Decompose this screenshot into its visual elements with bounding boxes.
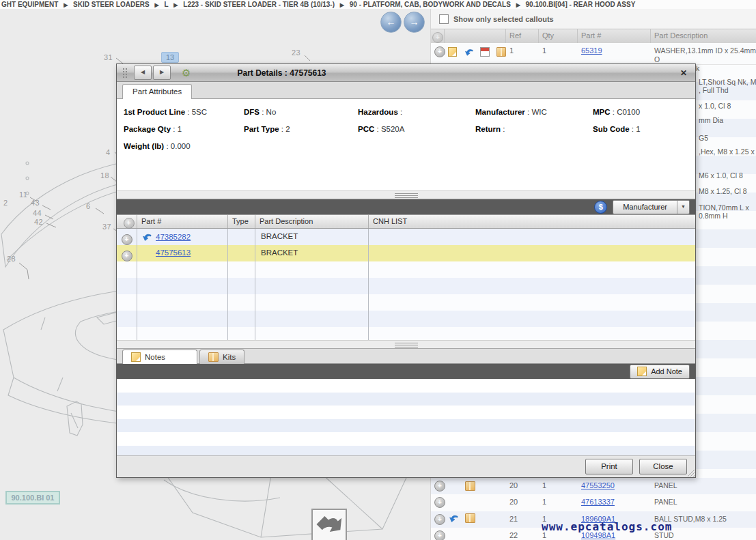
gear-refresh-icon[interactable]: ⚙ — [182, 68, 191, 79]
column-icons — [445, 29, 506, 43]
price-icon[interactable]: $ — [594, 201, 607, 214]
expand-row-icon[interactable]: + — [122, 251, 132, 261]
attribute: Return : — [475, 125, 593, 133]
empty-row — [117, 278, 695, 294]
chevron-down-icon: ▼ — [677, 201, 689, 214]
column-qty[interactable]: Qty — [539, 29, 578, 43]
add-note-button[interactable]: Add Note — [630, 365, 690, 379]
diagram-forward-button[interactable]: → — [404, 12, 425, 33]
breadcrumb-item[interactable]: 90 - PLATFORM, CAB, BODYWORK AND DECALS — [350, 1, 511, 8]
history-back-button[interactable]: ◀ — [134, 66, 152, 80]
callout-number[interactable]: 6 — [86, 202, 91, 210]
expand-all-icon[interactable]: + — [432, 32, 443, 43]
expand-row-icon[interactable]: + — [122, 234, 132, 245]
breadcrumb-separator-icon: ▶ — [64, 2, 68, 8]
part-number-link[interactable]: 47613337 — [581, 498, 615, 506]
close-button[interactable]: Close — [639, 459, 687, 474]
tab-kits[interactable]: Kits — [199, 350, 244, 364]
splitter-grip-icon[interactable] — [395, 193, 418, 198]
type-value — [228, 229, 255, 245]
breadcrumb: GHT EQUIPMENT ▶ SKID STEER LOADERS ▶ L ▶… — [0, 0, 756, 10]
dialog-tab-strip: Part Attributes — [117, 82, 695, 99]
splitter-upper[interactable] — [117, 190, 695, 199]
attribute: Part Type : 2 — [244, 125, 358, 133]
expand-row-icon[interactable]: + — [434, 497, 445, 508]
column-type[interactable]: Type — [228, 215, 255, 228]
parts-row[interactable]: + 20 1 47553250 PANEL — [431, 478, 756, 494]
supersession-row[interactable]: + 47385282 BRACKET — [117, 229, 695, 245]
show-only-selected-checkbox[interactable] — [439, 14, 449, 24]
expand-row-icon[interactable]: + — [434, 514, 445, 525]
kit-box-icon[interactable] — [465, 513, 475, 523]
callout-number[interactable]: 42 — [34, 218, 43, 226]
kit-box-icon[interactable] — [496, 47, 506, 57]
attribute: DFS : No — [244, 108, 358, 116]
kit-box-icon[interactable] — [465, 481, 475, 491]
calendar-icon[interactable] — [480, 47, 489, 57]
note-icon — [131, 352, 141, 362]
part-number-link[interactable]: 47385282 — [156, 229, 191, 245]
history-forward-button[interactable]: ▶ — [153, 66, 171, 80]
callout-number[interactable]: 44 — [33, 209, 42, 217]
column-cnh-list[interactable]: CNH LIST — [369, 215, 695, 228]
callout-number[interactable]: 23 — [292, 48, 300, 57]
column-part[interactable]: Part # — [578, 29, 651, 43]
column-description[interactable]: Part Description — [255, 215, 369, 228]
attribute: Package Qty : 1 — [124, 125, 244, 133]
breadcrumb-item[interactable]: SKID STEER LOADERS — [73, 1, 150, 8]
thick-arrow-icon — [313, 510, 343, 539]
clipped-part-description: M6 x 1.0, Cl 8 — [699, 171, 756, 180]
tab-kits-label: Kits — [223, 353, 236, 361]
breadcrumb-item[interactable]: GHT EQUIPMENT — [1, 1, 58, 8]
callout-number[interactable]: 18 — [100, 171, 109, 180]
part-number-link[interactable]: 47553250 — [581, 481, 615, 489]
supersession-arrow-icon — [464, 48, 473, 57]
dialog-title-bar[interactable]: ◀ ▶ ⚙ Part Details : 47575613 ✕ — [117, 64, 695, 82]
callout-number[interactable]: 28 — [7, 255, 16, 263]
diagram-back-button[interactable]: ← — [380, 12, 402, 33]
breadcrumb-separator-icon: ▶ — [155, 2, 159, 8]
drag-grip-icon[interactable] — [122, 68, 128, 79]
parts-row[interactable]: + 1 1 65319 WASHER,13.1mm ID x 25.4mm O … — [431, 43, 756, 65]
attribute: Sub Code : 1 — [593, 125, 695, 133]
callout-number[interactable]: 11 — [19, 190, 27, 199]
column-part[interactable]: Part # — [137, 215, 228, 228]
close-icon[interactable]: ✕ — [677, 68, 690, 78]
qty-value: 1 — [539, 494, 578, 507]
callout-number[interactable]: 31 — [104, 53, 113, 61]
breadcrumb-item[interactable]: L223 - SKID STEER LOADER - TIER 4B (10/1… — [183, 1, 335, 8]
breadcrumb-item[interactable]: 90.100.BI[04] - REAR HOOD ASSY — [526, 1, 636, 8]
expand-row-icon[interactable]: + — [434, 530, 445, 540]
callout-number[interactable]: 43 — [31, 199, 40, 207]
tab-part-attributes[interactable]: Part Attributes — [122, 84, 192, 100]
part-number-link[interactable]: 47575613 — [156, 248, 191, 257]
manufacturer-dropdown[interactable]: Manufacturer ▼ — [613, 200, 690, 214]
expand-all-icon[interactable]: + — [124, 218, 135, 229]
supersession-row-selected[interactable]: + 47575613 BRACKET — [117, 245, 695, 261]
callout-number[interactable]: 37 — [102, 223, 111, 231]
note-icon[interactable] — [448, 47, 457, 57]
part-number-link[interactable]: 65319 — [581, 46, 602, 55]
callout-number-highlighted[interactable]: 13 — [161, 52, 179, 63]
clipped-part-description: x 1.0, Cl 8 — [699, 102, 756, 110]
print-button[interactable]: Print — [585, 459, 633, 474]
clipped-part-description: ,Hex, M8 x 1.25 x — [699, 147, 756, 156]
parts-row[interactable]: + 20 1 47613337 PANEL — [431, 494, 756, 511]
splitter-grip-icon[interactable] — [395, 343, 418, 347]
splitter-lower[interactable] — [117, 340, 695, 349]
tab-notes[interactable]: Notes — [122, 350, 197, 364]
expand-row-icon[interactable]: + — [434, 46, 445, 57]
attribute: Weight (lb) : 0.000 — [124, 142, 244, 150]
part-description: BRACKET — [255, 245, 369, 261]
breadcrumb-separator-icon: ▶ — [340, 2, 344, 8]
ref-value: 1 — [506, 43, 539, 55]
breadcrumb-separator-icon: ▶ — [173, 2, 178, 8]
callout-number[interactable]: 4 — [106, 148, 111, 156]
column-description[interactable]: Part Description — [651, 29, 756, 43]
breadcrumb-item[interactable]: L — [164, 1, 168, 8]
attribute: Hazardous : — [358, 108, 475, 116]
expand-row-icon[interactable]: + — [434, 481, 445, 492]
callout-number[interactable]: 2 — [3, 199, 8, 207]
note-icon — [637, 367, 647, 376]
column-ref[interactable]: Ref — [506, 29, 539, 43]
